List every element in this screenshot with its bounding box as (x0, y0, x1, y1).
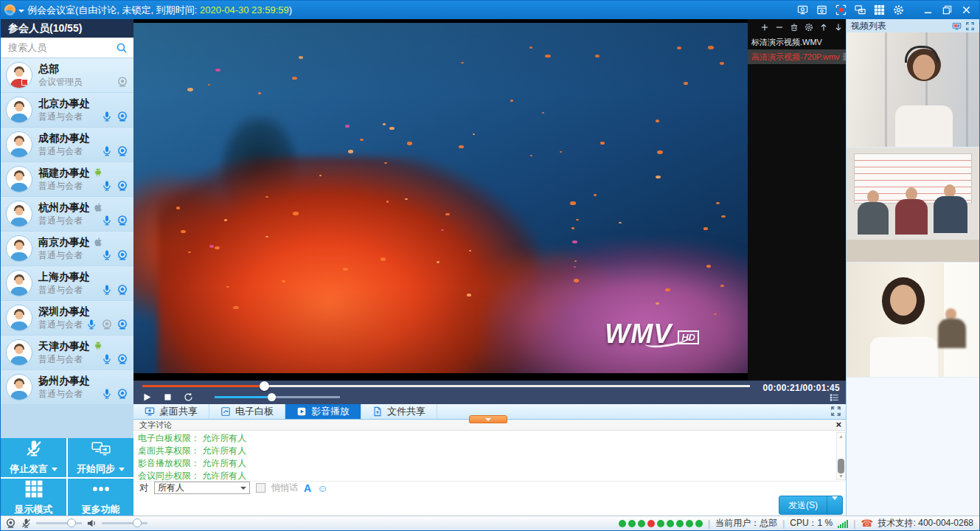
video-list-header-icons (952, 21, 975, 31)
webcam-icon[interactable] (117, 249, 128, 261)
video-player-screen[interactable]: WMV HD (133, 19, 748, 381)
mic-icon[interactable] (101, 111, 113, 122)
webcam-off-icon[interactable] (117, 76, 128, 88)
expiry-time: 2020-04-30 23:59:59 (200, 4, 289, 15)
mic-icon[interactable] (101, 180, 113, 192)
volume-slider[interactable] (215, 396, 340, 398)
tab-文件共享[interactable]: 文件共享 (361, 404, 437, 419)
window-mode-icon[interactable] (816, 4, 827, 15)
settings-icon[interactable] (804, 23, 813, 32)
webcam-icon[interactable] (117, 111, 128, 122)
logo-menu-caret-icon[interactable] (18, 10, 24, 13)
mic-icon[interactable] (86, 319, 97, 330)
seek-thumb[interactable] (260, 381, 269, 391)
mic-icon[interactable] (101, 145, 113, 157)
minimize-icon[interactable] (922, 4, 934, 15)
participant-row[interactable]: 北京办事处 普通与会者 (1, 93, 133, 127)
whisper-checkbox[interactable] (256, 483, 265, 493)
chat-scrollbar[interactable]: ▲ ▼ (836, 432, 846, 480)
player-controls: 00:00:21/00:01:45 (133, 381, 847, 404)
screen-share-icon[interactable] (797, 4, 808, 15)
webcam-icon[interactable] (117, 145, 128, 157)
search-icon[interactable] (116, 42, 128, 54)
display-mode-button[interactable]: 显示模式 (1, 479, 66, 518)
move-down-icon[interactable] (834, 23, 843, 32)
send-options-caret[interactable] (827, 500, 842, 510)
participant-row[interactable]: 杭州办事处 普通与会者 (1, 197, 133, 231)
send-button[interactable]: 发送(S) (779, 496, 843, 515)
fullscreen-expand-icon[interactable] (830, 406, 841, 417)
speaker-icon[interactable] (86, 518, 97, 529)
tab-桌面共享[interactable]: 桌面共享 (133, 404, 209, 419)
move-up-icon[interactable] (819, 23, 828, 32)
participant-row[interactable]: 上海办事处 普通与会者 (1, 266, 133, 300)
mic-volume-slider[interactable] (36, 522, 82, 524)
participant-row[interactable]: 天津办事处 普通与会者 (1, 336, 133, 369)
font-button[interactable]: A (304, 482, 311, 494)
participant-video-3[interactable] (847, 263, 979, 378)
speaker-volume-thumb[interactable] (133, 518, 142, 527)
seek-bar[interactable] (142, 385, 750, 387)
monitor-icon[interactable] (952, 21, 962, 31)
expand-icon[interactable] (965, 21, 975, 31)
webcam-icon[interactable] (117, 353, 128, 365)
participant-row[interactable]: 总部 会议管理员 (1, 58, 133, 92)
settings-icon[interactable] (893, 4, 904, 15)
webcam-off-icon[interactable] (101, 319, 113, 330)
webcam-status-icon[interactable] (5, 518, 16, 529)
emoji-button[interactable]: ☺ (317, 482, 327, 494)
participant-row[interactable]: 福建办事处 普通与会者 (1, 162, 133, 196)
restore-icon[interactable] (942, 4, 953, 15)
webcam-icon[interactable] (117, 284, 128, 296)
tab-影音播放[interactable]: 影音播放 (285, 404, 361, 419)
playlist-item[interactable]: 高清演示视频-720P.wmv 删除 (748, 49, 847, 64)
tab-电子白板[interactable]: 电子白板 (209, 404, 285, 419)
stop-speaking-button[interactable]: 停止发言 (1, 438, 66, 477)
scroll-up-icon[interactable]: ▲ (837, 433, 845, 440)
mic-volume-thumb[interactable] (67, 518, 76, 527)
recipient-select[interactable]: 所有人 (154, 482, 250, 494)
start-sync-button[interactable]: 开始同步 (68, 438, 133, 477)
net-sync-icon[interactable] (855, 4, 866, 15)
close-icon[interactable] (961, 4, 972, 15)
play-button[interactable] (142, 392, 152, 402)
participant-video-2[interactable] (847, 148, 979, 263)
mic-icon[interactable] (101, 249, 113, 261)
mic-icon[interactable] (101, 215, 113, 226)
speaker-volume-slider[interactable] (102, 522, 147, 524)
grid-mode-icon[interactable] (874, 4, 885, 15)
webcam-icon[interactable] (117, 215, 128, 226)
webcam-icon[interactable] (117, 388, 128, 400)
tab-label: 影音播放 (311, 405, 350, 418)
more-functions-button[interactable]: 更多功能 (68, 479, 133, 518)
add-icon[interactable] (760, 23, 769, 32)
participant-row[interactable]: 成都办事处 普通与会者 (1, 128, 133, 162)
remove-icon[interactable] (775, 23, 784, 32)
record-icon[interactable] (835, 4, 847, 15)
participant-name: 总部 (38, 63, 59, 74)
mic-icon[interactable] (101, 388, 113, 400)
send-label[interactable]: 发送(S) (779, 496, 827, 514)
search-input[interactable] (7, 41, 116, 54)
webcam-icon[interactable] (117, 180, 128, 192)
scrollbar-thumb[interactable] (838, 459, 844, 473)
mic-icon[interactable] (101, 284, 113, 296)
chat-panel-handle[interactable] (469, 415, 507, 423)
stop-button[interactable] (163, 392, 173, 402)
close-icon[interactable]: × (835, 421, 841, 428)
scroll-down-icon[interactable]: ▼ (837, 473, 845, 479)
trash-icon[interactable] (790, 23, 799, 32)
participant-row[interactable]: 深圳办事处 普通与会者 (1, 301, 133, 335)
participant-video-1[interactable] (847, 32, 979, 148)
repeat-button[interactable] (184, 392, 193, 402)
mic-icon[interactable] (101, 353, 113, 365)
volume-thumb[interactable] (268, 393, 276, 401)
message-input[interactable]: 发送(S) (133, 494, 847, 516)
playlist-toggle-button[interactable] (829, 393, 840, 402)
participant-row[interactable]: 南京办事处 普通与会者 (1, 232, 133, 266)
webcam-icon[interactable] (117, 319, 128, 330)
participant-row[interactable]: 扬州办事处 普通与会者 (1, 370, 133, 404)
mic-muted-icon[interactable] (21, 518, 32, 529)
admin-badge-icon (21, 79, 28, 86)
playlist-item[interactable]: 标清演示视频.WMV (748, 35, 847, 49)
